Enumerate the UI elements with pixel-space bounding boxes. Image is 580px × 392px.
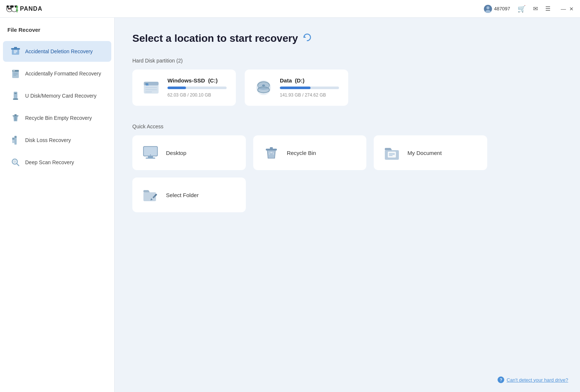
quick-access-my-document[interactable]: My Document bbox=[374, 135, 487, 170]
svg-rect-54 bbox=[146, 85, 147, 86]
d-drive-fill bbox=[280, 87, 311, 89]
svg-point-24 bbox=[13, 70, 14, 71]
panda-logo: PANDA bbox=[6, 3, 43, 15]
sidebar-label-disk-loss: Disk Loss Recovery bbox=[25, 137, 71, 143]
svg-rect-32 bbox=[15, 97, 16, 98]
quick-access-desktop[interactable]: Desktop bbox=[132, 135, 246, 170]
c-drive-progress-bar bbox=[167, 87, 227, 89]
svg-rect-49 bbox=[145, 87, 157, 88]
svg-rect-50 bbox=[145, 89, 157, 90]
app-name-label: PANDA bbox=[20, 6, 43, 12]
c-drive-icon bbox=[142, 78, 161, 97]
title-bar: PANDA 487097 🛒 ✉ ☰ — ✕ bbox=[0, 0, 580, 18]
d-drive-name: Data (D:) bbox=[280, 77, 339, 84]
quick-access-recycle-bin[interactable]: Recycle Bin bbox=[253, 135, 367, 170]
udisk-icon bbox=[10, 91, 21, 101]
hard-disk-label: Hard Disk partition (2) bbox=[132, 58, 562, 64]
user-id-label: 487097 bbox=[494, 6, 510, 11]
cart-icon[interactable]: 🛒 bbox=[516, 3, 527, 14]
partition-grid: Windows-SSD (C:) 62.03 GB / 200.10 GB bbox=[132, 70, 562, 106]
title-bar-actions: 🛒 ✉ ☰ bbox=[516, 3, 552, 14]
svg-rect-34 bbox=[14, 114, 17, 115]
close-button[interactable]: ✕ bbox=[569, 6, 574, 11]
svg-rect-51 bbox=[145, 91, 152, 92]
svg-rect-65 bbox=[144, 147, 157, 155]
quick-access-grid: Desktop bbox=[132, 135, 487, 212]
user-avatar-icon bbox=[484, 5, 492, 13]
svg-rect-26 bbox=[13, 73, 18, 74]
svg-point-10 bbox=[9, 9, 10, 10]
sidebar-item-disk-loss[interactable]: Disk Loss Recovery bbox=[3, 130, 111, 151]
svg-point-68 bbox=[150, 155, 151, 155]
my-document-icon bbox=[383, 144, 401, 162]
sidebar-item-accidental-deletion[interactable]: Accidental Deletion Recovery bbox=[3, 41, 111, 62]
select-folder-label: Select Folder bbox=[166, 192, 199, 198]
svg-point-7 bbox=[10, 7, 11, 9]
sidebar-item-udisk[interactable]: U Disk/Memory Card Recovery bbox=[3, 85, 111, 106]
content-area: Select a location to start recovery Hard… bbox=[115, 18, 580, 392]
d-drive-size-label: 141.93 GB / 274.62 GB bbox=[280, 92, 326, 98]
svg-rect-31 bbox=[13, 98, 18, 100]
recycle-bin-label: Recycle Bin bbox=[287, 150, 316, 156]
help-circle-icon: ? bbox=[498, 376, 504, 383]
quick-access-label: Quick Access bbox=[132, 124, 562, 129]
c-drive-info: Windows-SSD (C:) 62.03 GB / 200.10 GB bbox=[167, 77, 227, 98]
svg-rect-73 bbox=[389, 153, 395, 154]
svg-rect-27 bbox=[13, 74, 18, 75]
c-drive-fill bbox=[167, 87, 186, 89]
recycle-bin-empty-icon bbox=[10, 113, 21, 123]
deep-scan-icon bbox=[10, 157, 21, 168]
svg-rect-40 bbox=[14, 136, 17, 138]
accidental-deletion-icon bbox=[10, 46, 21, 57]
svg-point-2 bbox=[7, 5, 9, 7]
svg-rect-52 bbox=[146, 84, 147, 85]
title-bar-right: 487097 🛒 ✉ ☰ — ✕ bbox=[484, 3, 574, 14]
svg-rect-30 bbox=[14, 93, 17, 94]
menu-icon[interactable]: ☰ bbox=[544, 4, 552, 14]
select-folder-icon bbox=[142, 186, 159, 204]
mail-icon[interactable]: ✉ bbox=[532, 4, 539, 14]
quick-access-select-folder[interactable]: Select Folder bbox=[132, 178, 246, 212]
svg-point-25 bbox=[14, 70, 15, 71]
svg-point-14 bbox=[486, 6, 489, 9]
sidebar-item-formatted[interactable]: Accidentally Formatted Recovery bbox=[3, 63, 111, 84]
help-link[interactable]: ? Can't detect your hard drive? bbox=[498, 376, 568, 383]
sidebar-label-accidental-deletion: Accidental Deletion Recovery bbox=[25, 48, 93, 54]
svg-rect-75 bbox=[389, 155, 393, 156]
sidebar-label-deep-scan: Deep Scan Recovery bbox=[25, 159, 74, 165]
sidebar-label-formatted: Accidentally Formatted Recovery bbox=[25, 71, 101, 77]
svg-rect-55 bbox=[147, 85, 149, 86]
svg-rect-53 bbox=[147, 84, 149, 85]
svg-rect-39 bbox=[12, 137, 14, 143]
svg-point-8 bbox=[8, 8, 9, 9]
sidebar: File Recover Accidental Deletion Recover… bbox=[0, 18, 115, 392]
my-document-label: My Document bbox=[407, 150, 442, 156]
svg-rect-28 bbox=[13, 75, 16, 76]
svg-point-43 bbox=[13, 160, 16, 163]
sidebar-label-recycle-bin-empty: Recycle Bin Empty Recovery bbox=[25, 115, 92, 121]
title-bar-left: PANDA bbox=[6, 3, 43, 15]
svg-rect-67 bbox=[146, 158, 155, 159]
c-drive-size-label: 62.03 GB / 200.10 GB bbox=[167, 92, 211, 98]
sidebar-item-deep-scan[interactable]: Deep Scan Recovery bbox=[3, 152, 111, 173]
disk-loss-icon bbox=[10, 135, 21, 145]
main-layout: File Recover Accidental Deletion Recover… bbox=[0, 18, 580, 392]
user-info: 487097 bbox=[484, 5, 510, 13]
formatted-icon bbox=[10, 68, 21, 79]
svg-rect-66 bbox=[148, 156, 153, 158]
minimize-button[interactable]: — bbox=[561, 6, 566, 11]
refresh-icon[interactable] bbox=[302, 33, 312, 44]
sidebar-item-recycle-bin-empty[interactable]: Recycle Bin Empty Recovery bbox=[3, 108, 111, 128]
partition-card-d[interactable]: Data (D:) 141.93 GB / 274.62 GB bbox=[245, 70, 348, 106]
svg-line-44 bbox=[17, 164, 19, 166]
desktop-icon bbox=[142, 144, 159, 162]
svg-point-4 bbox=[11, 5, 13, 7]
svg-rect-74 bbox=[389, 154, 395, 155]
help-link-text: Can't detect your hard drive? bbox=[506, 377, 568, 383]
d-drive-progress-bar bbox=[280, 87, 339, 89]
svg-point-15 bbox=[485, 10, 491, 13]
recycle-bin-icon bbox=[262, 144, 280, 162]
sidebar-title: File Recover bbox=[0, 27, 114, 40]
panda-logo-icon bbox=[6, 3, 18, 15]
partition-card-c[interactable]: Windows-SSD (C:) 62.03 GB / 200.10 GB bbox=[132, 70, 236, 106]
